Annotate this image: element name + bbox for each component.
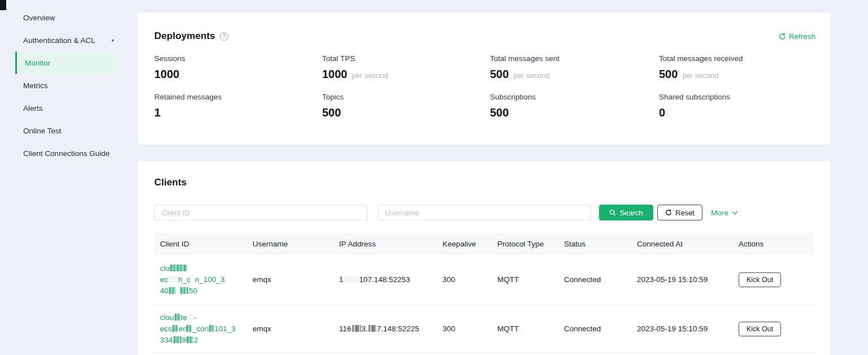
- sidebar-item-online-test[interactable]: Online Test: [0, 119, 131, 142]
- client-id-line: ecser_con101_3: [160, 323, 247, 335]
- caret-down-icon: ▾: [111, 37, 114, 44]
- text-fragment: 3.: [362, 324, 368, 333]
- stat-value: 1000: [154, 68, 180, 81]
- cell-keepalive: 300: [437, 324, 492, 333]
- column-header-username: Username: [247, 240, 333, 248]
- redacted-block: [188, 265, 193, 271]
- column-header-status: Status: [558, 240, 631, 248]
- stat-total-messages-received: Total messages received500per second: [659, 54, 815, 81]
- redacted-block: [168, 276, 177, 283]
- monitor-page: OverviewAuthentication & ACL▾MonitorMetr…: [0, 0, 868, 355]
- reset-icon: [665, 209, 672, 216]
- redacted-block: [194, 265, 203, 271]
- cell-ip-address: 1107.148:52253: [333, 275, 437, 284]
- search-button[interactable]: Search: [599, 205, 653, 220]
- redacted-block: [344, 276, 359, 283]
- kick-out-button[interactable]: Kick Out: [739, 322, 781, 336]
- search-icon: [609, 209, 616, 216]
- text-fragment: -: [194, 313, 197, 322]
- redacted-block: [180, 287, 188, 294]
- reset-button[interactable]: Reset: [657, 205, 702, 220]
- client-id-line: clo: [160, 263, 247, 274]
- sidebar-item-label: Client Connections Guide: [23, 149, 110, 158]
- cell-username: emqx: [247, 324, 333, 333]
- kick-out-button[interactable]: Kick Out: [739, 272, 781, 287]
- sidebar-item-metrics[interactable]: Metrics: [0, 74, 131, 97]
- search-label: Search: [619, 209, 643, 217]
- text-fragment: 7.148:52225: [377, 324, 419, 333]
- stat-value-line: 1000: [154, 68, 322, 81]
- redacted-block: [186, 336, 193, 343]
- stat-value-line: 1000per second: [322, 68, 490, 81]
- text-fragment: te: [181, 313, 187, 322]
- more-dropdown[interactable]: More: [711, 205, 738, 220]
- help-icon[interactable]: ?: [220, 32, 228, 41]
- stat-label: Total messages sent: [490, 54, 659, 63]
- text-fragment: clo: [160, 264, 170, 272]
- client-id-line: 33492: [160, 335, 247, 346]
- cell-actions: Kick Out: [733, 322, 814, 336]
- cell-client-id[interactable]: cloech_cn_100_34050: [154, 263, 247, 297]
- cell-status: Connected: [558, 275, 631, 284]
- stat-total-tps: Total TPS1000per second: [322, 54, 490, 81]
- stat-value-line: 1: [154, 106, 322, 119]
- text-fragment: 1: [339, 275, 344, 284]
- text-fragment: h_c: [178, 275, 190, 284]
- sidebar-item-alerts[interactable]: Alerts: [0, 97, 131, 119]
- sidebar-item-monitor[interactable]: Monitor: [15, 51, 118, 74]
- cell-client-id[interactable]: cloute-ecser_con101_333492: [154, 312, 247, 346]
- clients-table: Client IDUsernameIP AddressKeepaliveProt…: [154, 233, 814, 353]
- cell-connected-at: 2023-05-19 15:10:59: [631, 275, 733, 284]
- stat-value: 1000: [322, 68, 348, 81]
- refresh-button[interactable]: Refresh: [779, 32, 815, 41]
- stat-value: 500: [490, 68, 509, 81]
- sidebar-item-label: Online Test: [23, 127, 61, 135]
- redacted-block: [173, 336, 181, 343]
- table-header-row: Client IDUsernameIP AddressKeepaliveProt…: [154, 233, 814, 254]
- column-header-actions: Actions: [733, 240, 814, 248]
- stat-suffix: per second: [682, 71, 718, 80]
- sidebar-item-label: Metrics: [23, 81, 48, 90]
- stat-label: Total TPS: [322, 54, 490, 63]
- sidebar-item-label: Alerts: [23, 104, 43, 112]
- redacted-block: [188, 314, 193, 321]
- stat-label: Subscriptions: [490, 93, 659, 101]
- redacted-block: [191, 276, 194, 283]
- username-input[interactable]: [377, 205, 591, 220]
- stat-value-line: 500per second: [659, 68, 815, 81]
- table-body: cloech_cn_100_34050emqx1107.148:52253300…: [154, 254, 814, 353]
- stats-grid: Sessions1000Total TPS1000per secondTotal…: [154, 54, 815, 119]
- stat-label: Retained messages: [154, 93, 322, 101]
- clients-card: Clients Search Reset M: [137, 161, 831, 355]
- cell-ip-address: 1163.7.148:52225: [333, 324, 437, 333]
- stat-label: Total messages received: [659, 54, 815, 63]
- column-header-ip-address: IP Address: [333, 240, 437, 248]
- text-fragment: clou: [160, 313, 174, 322]
- table-row: cloute-ecser_con101_333492emqx1163.7.148…: [154, 305, 814, 353]
- chevron-down-icon: [732, 211, 738, 215]
- redacted-block: [169, 287, 176, 294]
- text-fragment: 40: [160, 287, 168, 295]
- client-id-input[interactable]: [154, 205, 367, 220]
- stat-shared-subscriptions: Shared subscriptions0: [659, 93, 815, 119]
- column-header-keepalive: Keepalive: [437, 240, 492, 248]
- column-header-client-id: Client ID: [154, 240, 247, 248]
- stat-value-line: 500: [490, 106, 659, 119]
- stat-value: 500: [659, 68, 678, 81]
- sidebar-item-client-connections-guide[interactable]: Client Connections Guide: [0, 142, 131, 164]
- text-fragment: n_100_3: [195, 275, 225, 284]
- stat-suffix: per second: [513, 71, 549, 80]
- stat-value: 500: [490, 106, 509, 119]
- client-id-line: cloute-: [160, 312, 247, 323]
- sidebar-item-overview[interactable]: Overview: [0, 6, 131, 29]
- text-fragment: 9: [182, 336, 186, 344]
- sidebar-item-authentication-acl[interactable]: Authentication & ACL▾: [0, 29, 131, 51]
- deployments-title: Deployments: [154, 31, 215, 42]
- stat-label: Topics: [322, 93, 490, 101]
- text-fragment: _con: [192, 324, 209, 333]
- stat-value: 500: [322, 106, 341, 119]
- stat-value: 1: [154, 106, 160, 119]
- column-header-protocol-type: Protocol Type: [492, 240, 558, 248]
- sidebar-item-label: Authentication & ACL: [23, 36, 96, 45]
- stat-subscriptions: Subscriptions500: [490, 93, 659, 119]
